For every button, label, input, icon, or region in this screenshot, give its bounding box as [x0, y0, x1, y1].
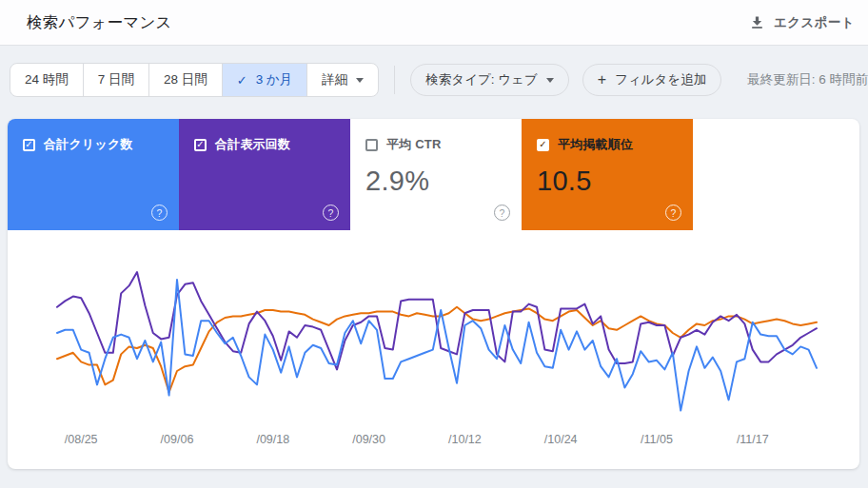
divider	[394, 66, 395, 94]
export-button[interactable]: エクスポート	[741, 9, 862, 37]
checkbox-checked-icon[interactable]	[23, 139, 35, 151]
help-icon[interactable]	[323, 205, 339, 221]
download-icon	[749, 14, 765, 30]
metric-tile-average-ctr[interactable]: 平均 CTR 2.9%	[350, 119, 522, 230]
tab-label: 詳細	[322, 71, 347, 88]
tab-label: 24 時間	[25, 71, 69, 88]
tab-24-hours[interactable]: 24 時間	[10, 64, 83, 96]
help-icon[interactable]	[665, 205, 681, 221]
search-type-label: 検索タイプ: ウェブ	[425, 71, 537, 88]
metric-tiles: 合計クリック数 合計表示回数 平均 CTR 2.9% 平均掲載順位 10.	[8, 119, 859, 230]
tab-label: 7 日間	[98, 71, 134, 88]
checkbox-unchecked-icon[interactable]	[365, 139, 378, 151]
help-icon[interactable]	[494, 205, 510, 221]
checkbox-checked-icon[interactable]	[194, 139, 207, 151]
add-filter-label: フィルタを追加	[615, 71, 706, 88]
tab-3-months-selected[interactable]: 3 か月	[222, 64, 306, 96]
tab-label: 28 日間	[164, 71, 207, 88]
filter-bar: 24 時間 7 日間 28 日間 3 か月 詳細 検索タイプ: ウェブ フィルタ…	[10, 63, 868, 97]
tab-custom-dates[interactable]: 詳細	[306, 64, 378, 96]
help-icon[interactable]	[151, 205, 168, 221]
checkbox-checked-icon[interactable]	[537, 139, 549, 151]
last-updated-text: 最終更新日: 6 時間前	[747, 71, 868, 88]
tab-label: 3 か月	[256, 71, 293, 88]
metric-label: 合計表示回数	[215, 136, 290, 153]
x-tick-label: /11/17	[737, 433, 769, 446]
metric-label: 平均 CTR	[386, 136, 442, 153]
page-title: 検索パフォーマンス	[27, 12, 172, 33]
performance-card: 合計クリック数 合計表示回数 平均 CTR 2.9% 平均掲載順位 10.	[8, 119, 859, 469]
metric-tile-average-position[interactable]: 平均掲載順位 10.5	[522, 119, 693, 230]
x-tick-label: /09/06	[161, 433, 194, 446]
tab-7-days[interactable]: 7 日間	[83, 64, 148, 96]
x-tick-label: /10/12	[448, 433, 482, 446]
check-icon	[237, 73, 247, 88]
chevron-down-icon	[356, 78, 364, 83]
search-type-chip[interactable]: 検索タイプ: ウェブ	[410, 64, 568, 96]
date-range-tabs: 24 時間 7 日間 28 日間 3 か月 詳細	[10, 63, 379, 97]
metric-tile-total-impressions[interactable]: 合計表示回数	[179, 119, 350, 230]
metric-value: 10.5	[537, 166, 678, 197]
export-label: エクスポート	[774, 14, 855, 31]
chart-line-clicks	[57, 280, 817, 411]
tab-28-days[interactable]: 28 日間	[148, 64, 222, 96]
add-filter-chip[interactable]: フィルタを追加	[582, 64, 721, 96]
x-tick-label: /10/24	[544, 433, 578, 446]
x-tick-label: /09/18	[256, 433, 289, 446]
metric-label: 平均掲載順位	[558, 136, 633, 153]
metric-tile-total-clicks[interactable]: 合計クリック数	[8, 119, 179, 230]
chevron-down-icon	[546, 78, 554, 83]
x-tick-label: /11/05	[641, 433, 673, 446]
metric-label: 合計クリック数	[44, 136, 133, 153]
metric-value: 2.9%	[365, 166, 506, 197]
header: 検索パフォーマンス エクスポート	[0, 0, 868, 46]
x-tick-label: /08/25	[65, 433, 98, 446]
x-tick-label: /09/30	[352, 433, 385, 446]
performance-line-chart[interactable]: /08/25/09/06/09/18/09/30/10/12/10/24/11/…	[8, 230, 859, 469]
plus-icon	[598, 72, 606, 88]
